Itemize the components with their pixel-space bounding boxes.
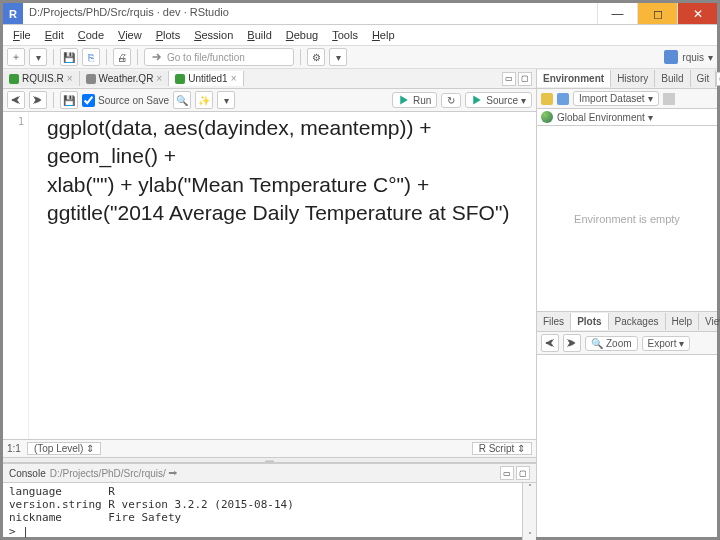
save-workspace-icon[interactable] [557, 93, 569, 105]
left-column: RQUIS.R × Weather.QR × Untitled1 × ▭ ▢ [3, 69, 537, 537]
tab-packages[interactable]: Packages [609, 313, 666, 330]
window-maximize-button[interactable]: ◻ [637, 3, 677, 24]
code-editor[interactable]: 1 ggplot(data, aes(dayindex, meantemp)) … [3, 112, 536, 439]
pane-maximize-button[interactable]: ▢ [518, 72, 532, 86]
editor-tab-rquis[interactable]: RQUIS.R × [3, 71, 80, 86]
import-dataset-button[interactable]: Import Dataset ▾ [573, 91, 659, 106]
scroll-down-icon[interactable]: ˅ [528, 531, 532, 540]
plot-next-button[interactable]: ⮞ [563, 334, 581, 352]
pane-maximize-button[interactable]: ▢ [516, 466, 530, 480]
main-split: RQUIS.R × Weather.QR × Untitled1 × ▭ ▢ [3, 69, 717, 537]
menu-tools[interactable]: Tools [326, 27, 364, 43]
plot-prev-button[interactable]: ⮜ [541, 334, 559, 352]
cursor-position: 1:1 [7, 443, 21, 454]
project-selector[interactable]: rquis ▾ [664, 50, 713, 64]
scroll-up-icon[interactable]: ˄ [528, 483, 532, 492]
toolbar-separator [106, 49, 107, 65]
clear-workspace-icon[interactable] [663, 93, 675, 105]
save-all-button[interactable]: ⎘ [82, 48, 100, 66]
plots-pane: Files Plots Packages Help Viewer ▭ ▢ ⮜ ⮞… [537, 312, 717, 537]
run-button[interactable]: Run [392, 92, 437, 108]
scope-selector[interactable]: (Top Level) ⇕ [27, 442, 101, 455]
environment-body: Environment is empty [537, 126, 717, 311]
globe-icon [541, 111, 553, 123]
editor-tabstrip: RQUIS.R × Weather.QR × Untitled1 × ▭ ▢ [3, 69, 536, 89]
open-file-button[interactable]: ▾ [29, 48, 47, 66]
menubar: File Edit Code View Plots Session Build … [3, 25, 717, 46]
save-button[interactable]: 💾 [60, 48, 78, 66]
menu-view[interactable]: View [112, 27, 148, 43]
load-workspace-icon[interactable] [541, 93, 553, 105]
menu-debug[interactable]: Debug [280, 27, 324, 43]
pane-minimize-button[interactable]: ▭ [500, 466, 514, 480]
project-icon [664, 50, 678, 64]
save-script-button[interactable]: 💾 [60, 91, 78, 109]
export-label: Export [648, 338, 677, 349]
run-label: Run [413, 95, 431, 106]
tab-close-icon[interactable]: × [231, 73, 237, 84]
tab-history[interactable]: History [611, 70, 655, 87]
menu-plots[interactable]: Plots [150, 27, 186, 43]
scope-selector[interactable]: Global Environment ▾ [557, 112, 653, 123]
editor-tab-label: RQUIS.R [22, 73, 64, 84]
compile-button[interactable]: ▾ [217, 91, 235, 109]
print-button[interactable]: 🖨 [113, 48, 131, 66]
pane-minimize-button[interactable]: ▭ [502, 72, 516, 86]
toolbar-separator [53, 49, 54, 65]
window-close-button[interactable]: ✕ [677, 3, 717, 24]
tab-help[interactable]: Help [666, 313, 700, 330]
tab-close-icon[interactable]: × [67, 73, 73, 84]
editor-toolbar: ⮜ ⮞ 💾 Source on Save 🔍 ✨ ▾ Run ↻ [3, 89, 536, 112]
console-scrollbar[interactable]: ˄ ˅ [522, 483, 536, 540]
tab-files[interactable]: Files [537, 313, 571, 330]
chevron-down-icon: ▾ [648, 93, 653, 104]
tab-viewer[interactable]: Viewer [699, 313, 720, 330]
source-button[interactable]: Source ▾ [465, 92, 532, 108]
back-button[interactable]: ⮜ [7, 91, 25, 109]
new-file-button[interactable]: ＋ [7, 48, 25, 66]
console-title: Console [9, 468, 46, 479]
chevron-down-icon: ▾ [679, 338, 684, 349]
project-label: rquis [682, 52, 704, 63]
environment-tabstrip: Environment History Build Git ▭ ▢ [537, 69, 717, 89]
console-path-dropdown[interactable]: ⮕ [168, 468, 178, 479]
forward-button[interactable]: ⮞ [29, 91, 47, 109]
tab-environment[interactable]: Environment [537, 70, 611, 87]
tab-build[interactable]: Build [655, 70, 690, 87]
editor-tab-untitled1[interactable]: Untitled1 × [169, 71, 243, 86]
editor-tab-weather[interactable]: Weather.QR × [80, 71, 170, 86]
menu-build[interactable]: Build [241, 27, 277, 43]
menu-session[interactable]: Session [188, 27, 239, 43]
menu-file[interactable]: File [7, 27, 37, 43]
export-button[interactable]: Export ▾ [642, 336, 691, 351]
code-line: ggtitle("2014 Average Daily Temperature … [47, 199, 528, 227]
menu-edit[interactable]: Edit [39, 27, 70, 43]
zoom-button[interactable]: 🔍 Zoom [585, 336, 638, 351]
console-output[interactable]: language R version.string R version 3.2.… [3, 483, 522, 540]
tab-git[interactable]: Git [691, 70, 717, 87]
environment-pane: Environment History Build Git ▭ ▢ Import… [537, 69, 717, 312]
tab-plots[interactable]: Plots [571, 313, 608, 330]
menu-code[interactable]: Code [72, 27, 110, 43]
run-icon [398, 94, 410, 106]
addins-dropdown[interactable]: ▾ [329, 48, 347, 66]
tab-close-icon[interactable]: × [156, 73, 162, 84]
wand-button[interactable]: ✨ [195, 91, 213, 109]
menu-help[interactable]: Help [366, 27, 401, 43]
titlebar: R D:/Projects/PhD/Src/rquis · dev · RStu… [3, 3, 717, 25]
go-to-file-input[interactable]: Go to file/function [144, 48, 294, 66]
find-button[interactable]: 🔍 [173, 91, 191, 109]
rerun-button[interactable]: ↻ [441, 93, 461, 108]
console-pane: Console D:/Projects/PhD/Src/rquis/ ⮕ ▭ ▢… [3, 463, 536, 537]
addins-button[interactable]: ⚙ [307, 48, 325, 66]
pane-minimize-button[interactable]: ▭ [716, 72, 720, 86]
window-title: D:/Projects/PhD/Src/rquis · dev · RStudi… [23, 3, 597, 24]
code-text[interactable]: ggplot(data, aes(dayindex, meantemp)) + … [29, 112, 536, 439]
source-on-save-input[interactable] [82, 94, 95, 107]
file-icon [86, 74, 96, 84]
go-to-file-placeholder: Go to file/function [167, 52, 245, 63]
window-minimize-button[interactable]: — [597, 3, 637, 24]
language-selector[interactable]: R Script ⇕ [472, 442, 532, 455]
source-on-save-checkbox[interactable]: Source on Save [82, 94, 169, 107]
toolbar-separator [53, 92, 54, 108]
